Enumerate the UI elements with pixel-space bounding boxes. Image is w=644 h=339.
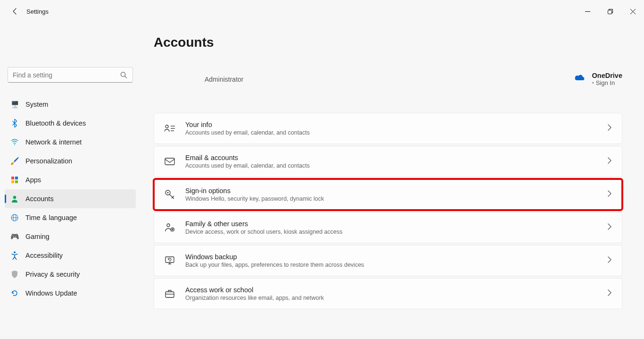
sidebar-item-accounts[interactable]: Accounts	[5, 189, 136, 208]
setting-item-backup[interactable]: Windows backupBack up your files, apps, …	[154, 245, 622, 276]
setting-item-sign-in-options[interactable]: Sign-in optionsWindows Hello, security k…	[154, 179, 622, 210]
setting-item-title: Family & other users	[185, 220, 608, 228]
sidebar-item-label: Network & internet	[25, 138, 82, 146]
personalization-icon: 🖌️	[10, 157, 19, 165]
bluetooth-icon	[10, 119, 19, 127]
onedrive-icon	[574, 73, 586, 84]
sidebar-item-apps[interactable]: Apps	[5, 170, 136, 189]
sidebar-item-label: System	[25, 101, 48, 108]
sidebar-item-time[interactable]: Time & language	[5, 208, 136, 227]
onedrive-card[interactable]: OneDrive Sign In	[574, 72, 622, 86]
sidebar-item-label: Accounts	[25, 195, 54, 203]
family-icon	[165, 223, 175, 232]
work-school-icon	[165, 289, 175, 298]
maximize-button[interactable]	[599, 0, 621, 23]
search-input[interactable]	[8, 67, 133, 83]
svg-point-16	[165, 125, 168, 128]
setting-item-title: Your info	[185, 121, 608, 128]
chevron-right-icon	[608, 157, 611, 166]
time-icon	[10, 213, 19, 222]
back-button[interactable]	[10, 7, 20, 16]
update-icon	[10, 289, 19, 297]
svg-point-15	[14, 252, 16, 254]
apps-icon	[10, 176, 19, 184]
minimize-button[interactable]	[576, 0, 599, 23]
svg-point-22	[167, 192, 169, 194]
sidebar-item-label: Bluetooth & devices	[25, 119, 86, 127]
svg-point-11	[13, 196, 16, 199]
sidebar-item-gaming[interactable]: 🎮Gaming	[5, 227, 136, 246]
sidebar-item-bluetooth[interactable]: Bluetooth & devices	[5, 114, 136, 133]
network-icon	[10, 138, 19, 146]
svg-rect-7	[11, 177, 14, 179]
close-button[interactable]	[621, 0, 644, 23]
chevron-right-icon	[608, 124, 611, 133]
your-info-icon	[165, 124, 175, 133]
svg-point-23	[167, 224, 170, 227]
svg-rect-1	[608, 10, 611, 14]
svg-rect-28	[165, 292, 174, 297]
search-icon	[120, 71, 127, 78]
chevron-right-icon	[608, 190, 611, 199]
sidebar-item-personalization[interactable]: 🖌️Personalization	[5, 152, 136, 170]
account-header: Administrator OneDrive Sign In	[154, 72, 622, 86]
sidebar-item-label: Accessibility	[25, 252, 63, 259]
setting-item-family[interactable]: Family & other usersDevice access, work …	[154, 212, 622, 243]
onedrive-title: OneDrive	[592, 72, 622, 79]
sidebar-item-label: Privacy & security	[25, 271, 80, 278]
setting-item-title: Sign-in options	[185, 187, 608, 195]
sidebar-item-privacy[interactable]: Privacy & security	[5, 265, 136, 284]
window-controls	[576, 0, 644, 23]
setting-item-desc: Accounts used by email, calendar, and co…	[185, 129, 608, 136]
gaming-icon: 🎮	[10, 232, 19, 241]
setting-item-desc: Accounts used by email, calendar, and co…	[185, 162, 608, 169]
sidebar-item-label: Apps	[25, 176, 41, 184]
page-title: Accounts	[154, 35, 622, 50]
sidebar-item-label: Time & language	[25, 214, 77, 221]
setting-item-title: Email & accounts	[185, 154, 608, 161]
system-icon: 🖥️	[10, 100, 19, 109]
svg-line-5	[125, 76, 127, 78]
main-content: Accounts Administrator OneDrive Sign In …	[140, 23, 644, 339]
sidebar-item-accessibility[interactable]: Accessibility	[5, 246, 136, 265]
chevron-right-icon	[608, 256, 611, 265]
email-accounts-icon	[165, 158, 175, 165]
setting-item-title: Windows backup	[185, 253, 608, 261]
sidebar: 🖥️SystemBluetooth & devicesNetwork & int…	[0, 23, 140, 339]
privacy-icon	[10, 270, 19, 279]
sign-in-options-icon	[165, 189, 175, 200]
chevron-right-icon	[608, 223, 611, 232]
backup-icon	[165, 256, 175, 265]
setting-item-desc: Back up your files, apps, preferences to…	[185, 262, 608, 268]
svg-rect-10	[15, 180, 18, 183]
accounts-icon	[10, 195, 19, 203]
setting-item-desc: Organization resources like email, apps,…	[185, 295, 608, 301]
administrator-label: Administrator	[205, 76, 243, 83]
app-title: Settings	[26, 8, 49, 15]
accessibility-icon	[10, 251, 19, 260]
setting-item-work-school[interactable]: Access work or schoolOrganization resour…	[154, 278, 622, 309]
setting-item-desc: Windows Hello, security key, password, d…	[185, 195, 608, 202]
setting-item-your-info[interactable]: Your infoAccounts used by email, calenda…	[154, 113, 622, 144]
nav-list: 🖥️SystemBluetooth & devicesNetwork & int…	[0, 95, 140, 303]
svg-rect-20	[165, 158, 174, 165]
sidebar-item-label: Gaming	[25, 233, 50, 240]
settings-list: Your infoAccounts used by email, calenda…	[154, 113, 622, 309]
svg-rect-8	[15, 177, 18, 179]
svg-point-4	[121, 72, 125, 76]
setting-item-desc: Device access, work or school users, kio…	[185, 229, 608, 235]
chevron-right-icon	[608, 289, 611, 298]
sidebar-item-system[interactable]: 🖥️System	[5, 95, 136, 114]
svg-rect-9	[11, 180, 14, 183]
setting-item-title: Access work or school	[185, 286, 608, 294]
setting-item-email-accounts[interactable]: Email & accountsAccounts used by email, …	[154, 146, 622, 177]
sidebar-item-update[interactable]: Windows Update	[5, 284, 136, 303]
sidebar-item-network[interactable]: Network & internet	[5, 133, 136, 152]
svg-point-6	[14, 144, 15, 145]
sidebar-item-label: Windows Update	[25, 289, 77, 297]
sidebar-item-label: Personalization	[25, 157, 72, 165]
onedrive-status: Sign In	[592, 79, 622, 86]
titlebar: Settings	[0, 0, 644, 23]
